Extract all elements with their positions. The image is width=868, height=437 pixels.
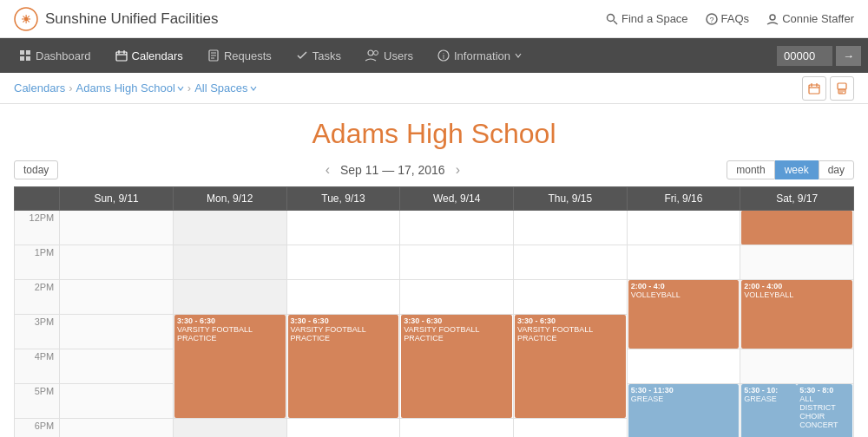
day-cell-0-4[interactable] xyxy=(60,349,174,384)
time-cell-3: 3PM xyxy=(15,315,60,349)
day-cell-1-2[interactable] xyxy=(173,280,286,315)
breadcrumb-spaces[interactable]: All Spaces xyxy=(194,82,256,95)
requests-icon xyxy=(207,49,220,62)
day-cell-0-5[interactable] xyxy=(60,384,174,419)
event-partial-sat[interactable] xyxy=(741,211,852,245)
calendar-area: Adams High School today ‹ Sep 11 — 17, 2… xyxy=(0,104,868,437)
svg-rect-27 xyxy=(838,83,846,89)
nav-calendars[interactable]: Calendars xyxy=(103,38,195,73)
breadcrumb: Calendars › Adams High School › All Spac… xyxy=(14,82,257,95)
day-cell-6-0[interactable] xyxy=(740,211,854,245)
nav-requests[interactable]: Requests xyxy=(195,38,284,73)
week-view-btn[interactable]: week xyxy=(775,160,819,179)
calendar-title: Adams High School xyxy=(14,104,854,160)
breadcrumb-calendars[interactable]: Calendars xyxy=(14,82,65,95)
event-name: VARSITY FOOTBALL PRACTICE xyxy=(291,325,397,342)
breadcrumb-action-icons xyxy=(802,76,854,101)
svg-rect-10 xyxy=(26,56,30,61)
week-navigator: ‹ Sep 11 — 17, 2016 › xyxy=(326,162,460,178)
svg-rect-11 xyxy=(116,52,127,61)
day-cell-5-4[interactable] xyxy=(627,349,740,384)
find-space-link[interactable]: Find a Space xyxy=(606,12,688,25)
day-cell-6-4[interactable] xyxy=(740,349,854,384)
day-cell-5-2[interactable]: 2:00 - 4:0VOLLEYBALL xyxy=(627,280,740,349)
day-cell-3-1[interactable] xyxy=(400,245,514,280)
svg-point-2 xyxy=(608,14,615,21)
day-cell-0-1[interactable] xyxy=(60,245,174,280)
calendar-view-icon-btn[interactable] xyxy=(802,76,826,101)
top-nav-right: Find a Space ? FAQs Connie Staffer xyxy=(606,12,854,25)
day-view-btn[interactable]: day xyxy=(819,160,854,179)
event-e1[interactable]: 3:30 - 6:30VARSITY FOOTBALL PRACTICE xyxy=(174,315,286,418)
day-cell-6-2[interactable]: 2:00 - 4:00VOLLEYBALL xyxy=(740,280,854,349)
faqs-icon: ? xyxy=(706,13,718,25)
day-cell-2-1[interactable] xyxy=(286,245,400,280)
prev-week-arrow[interactable]: ‹ xyxy=(326,162,330,178)
event-e8[interactable]: 2:00 - 4:00VOLLEYBALL xyxy=(741,280,852,349)
day-cell-1-0[interactable] xyxy=(173,211,286,245)
day-cell-2-2[interactable] xyxy=(286,280,400,315)
day-cell-4-1[interactable] xyxy=(513,245,627,280)
event-name: VOLLEYBALL xyxy=(631,290,737,299)
day-cell-1-3[interactable]: 3:30 - 6:30VARSITY FOOTBALL PRACTICE xyxy=(173,315,286,419)
breadcrumb-school[interactable]: Adams High School xyxy=(76,82,184,95)
day-cell-2-6[interactable] xyxy=(286,419,400,438)
day-header-2: Tue, 9/13 xyxy=(286,187,400,211)
day-cell-3-0[interactable] xyxy=(400,211,514,245)
day-cell-0-6[interactable] xyxy=(60,419,174,438)
event-e10[interactable]: 5:30 - 8:0ALL DISTRICT CHOIR CONCERT xyxy=(797,384,852,437)
day-cell-3-3[interactable]: 3:30 - 6:30VARSITY FOOTBALL PRACTICE xyxy=(400,315,514,419)
nav-code-button[interactable]: → xyxy=(836,46,861,66)
faqs-link[interactable]: ? FAQs xyxy=(706,12,750,25)
time-cell-4: 4PM xyxy=(15,349,60,384)
nav-dashboard[interactable]: Dashboard xyxy=(7,38,103,73)
day-cell-2-0[interactable] xyxy=(286,211,400,245)
day-header-6: Sat, 9/17 xyxy=(740,187,854,211)
day-cell-5-1[interactable] xyxy=(627,245,740,280)
day-cell-3-6[interactable] xyxy=(400,419,514,438)
nav-users[interactable]: Users xyxy=(353,38,425,73)
svg-rect-7 xyxy=(20,50,24,55)
day-cell-5-0[interactable] xyxy=(627,211,740,245)
event-name: VARSITY FOOTBALL PRACTICE xyxy=(177,325,283,342)
svg-point-20 xyxy=(374,51,378,55)
event-name: VARSITY FOOTBALL PRACTICE xyxy=(404,325,510,342)
day-cell-0-2[interactable] xyxy=(60,280,174,315)
day-cell-0-3[interactable] xyxy=(60,315,174,349)
event-e5[interactable]: 2:00 - 4:0VOLLEYBALL xyxy=(628,280,740,349)
day-cell-0-0[interactable] xyxy=(60,211,174,245)
time-header xyxy=(15,187,60,211)
event-e3[interactable]: 3:30 - 6:30VARSITY FOOTBALL PRACTICE xyxy=(401,315,512,418)
user-link[interactable]: Connie Staffer xyxy=(766,12,854,25)
event-e9[interactable]: 5:30 - 10:GREASE xyxy=(741,384,797,437)
nav-tasks[interactable]: Tasks xyxy=(284,38,353,73)
time-cell-0: 12PM xyxy=(15,211,60,245)
day-cell-4-2[interactable] xyxy=(513,280,627,315)
event-e4[interactable]: 3:30 - 6:30VARSITY FOOTBALL PRACTICE xyxy=(515,315,626,418)
nav-information[interactable]: i Information xyxy=(425,38,534,73)
svg-point-19 xyxy=(368,50,373,55)
day-cell-2-3[interactable]: 3:30 - 6:30VARSITY FOOTBALL PRACTICE xyxy=(286,315,400,419)
event-time: 3:30 - 6:30 xyxy=(291,316,397,325)
day-cell-1-6[interactable] xyxy=(173,419,286,438)
day-cell-1-1[interactable] xyxy=(173,245,286,280)
day-cell-6-1[interactable] xyxy=(740,245,854,280)
calendar-nav: today ‹ Sep 11 — 17, 2016 › month week d… xyxy=(14,160,854,179)
day-cell-4-0[interactable] xyxy=(513,211,627,245)
event-name: GREASE xyxy=(744,395,794,403)
next-week-arrow[interactable]: › xyxy=(456,162,460,178)
nav-code-input[interactable] xyxy=(777,46,832,66)
calendar-icon xyxy=(115,49,128,62)
month-view-btn[interactable]: month xyxy=(727,160,774,179)
dashboard-icon xyxy=(19,49,31,62)
day-cell-5-5[interactable]: 5:30 - 11:30GREASE xyxy=(627,384,740,438)
day-cell-4-6[interactable] xyxy=(513,419,627,438)
event-e7[interactable]: 5:30 - 11:30GREASE xyxy=(628,384,740,437)
event-e2[interactable]: 3:30 - 6:30VARSITY FOOTBALL PRACTICE xyxy=(288,315,399,418)
day-cell-4-3[interactable]: 3:30 - 6:30VARSITY FOOTBALL PRACTICE xyxy=(513,315,627,419)
day-cell-3-2[interactable] xyxy=(400,280,514,315)
print-icon-btn[interactable] xyxy=(830,76,854,101)
day-cell-6-5[interactable]: 5:30 - 10:GREASE5:30 - 8:0ALL DISTRICT C… xyxy=(740,384,854,438)
breadcrumb-sep-2: › xyxy=(187,82,191,95)
today-button[interactable]: today xyxy=(14,160,58,179)
